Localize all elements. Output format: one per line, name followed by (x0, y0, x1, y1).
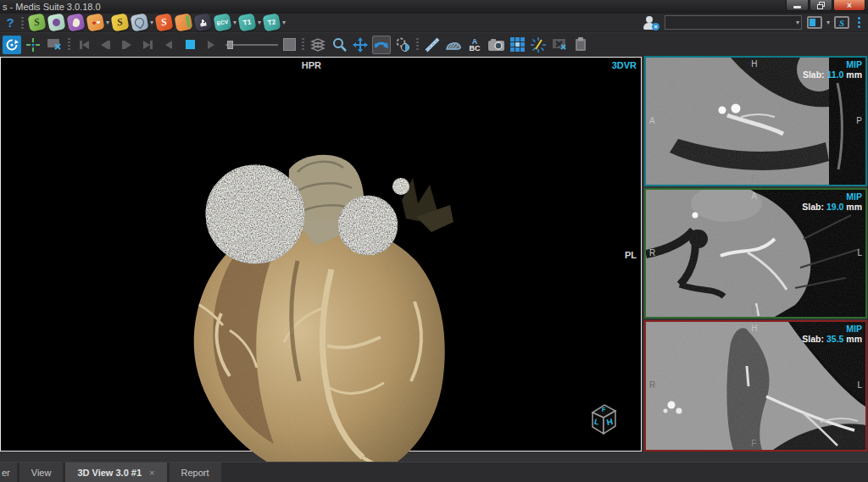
orientation-label-top: H (751, 59, 757, 69)
end-session-user-icon[interactable]: × (643, 15, 659, 30)
clipboard-button[interactable] (571, 36, 590, 54)
mip-mode-label: MIP (846, 59, 862, 69)
chevron-down-icon: ▾ (796, 19, 799, 26)
chevron-down-icon[interactable]: ▾ (282, 19, 286, 26)
window-controls: × (786, 0, 865, 11)
protractor-button[interactable] (529, 36, 548, 54)
discard-view-button[interactable] (550, 36, 569, 54)
app-toolbar-right: × ▾ ▾ S (643, 15, 864, 30)
mip-viewport-3[interactable]: MIP Slab: 35.5 mm H R L F (644, 320, 867, 452)
chevron-down-icon[interactable]: ▾ (150, 19, 153, 26)
annotation-abc-icon: A BC (470, 38, 481, 52)
save-layout-button[interactable] (807, 16, 822, 29)
stack-icon (310, 38, 326, 52)
heart-volume-render (162, 134, 484, 482)
reset-view-button[interactable] (45, 36, 64, 54)
app-icon-ecv[interactable]: ECV (214, 13, 232, 31)
tab-report[interactable]: Report (170, 463, 221, 482)
clipboard-icon (575, 37, 587, 52)
app-icon-person[interactable] (194, 13, 213, 31)
chevron-down-icon[interactable]: ▾ (106, 19, 109, 26)
minimize-button[interactable] (786, 0, 809, 11)
orientation-label-bottom: F (751, 439, 756, 448)
annotation-button[interactable]: A BC (465, 36, 484, 54)
orientation-label-right: P (856, 116, 862, 125)
app-icon-heart[interactable] (131, 13, 149, 31)
slab-thickness-label: Slab: 11.0 mm (803, 69, 862, 80)
orientation-label-top: A (751, 191, 757, 201)
play-backward-button[interactable] (159, 36, 178, 54)
tab-view[interactable]: View (19, 463, 64, 482)
slider-track (225, 44, 278, 46)
cine-slider[interactable] (225, 41, 278, 49)
app-icon-t1[interactable]: T1 (238, 13, 257, 31)
app-icon-orange-dots[interactable] (86, 13, 104, 31)
minimize-icon (793, 6, 801, 8)
render-mode-label: 3DVR (612, 60, 637, 70)
tab-viewer[interactable]: er (0, 463, 17, 482)
pan-arrows-icon (353, 37, 368, 53)
chevron-down-icon[interactable]: ▾ (233, 19, 236, 26)
app-icon-mint-circle[interactable] (47, 13, 65, 31)
close-icon: × (847, 1, 852, 10)
stack-button[interactable] (309, 36, 327, 54)
ruler-button[interactable] (423, 36, 442, 54)
discard-icon (552, 38, 567, 51)
pan-button[interactable] (351, 36, 370, 54)
skip-first-button[interactable] (75, 36, 93, 54)
3d-viewport[interactable]: HPR 3DVR PL FAL (0, 57, 642, 452)
sync-crosshair-button[interactable] (24, 36, 42, 54)
app-icon-green-s[interactable]: S (27, 13, 46, 31)
session-combobox-input[interactable] (668, 17, 797, 28)
skip-last-button[interactable] (138, 36, 157, 54)
restore-button[interactable] (810, 0, 832, 11)
stop-button[interactable] (181, 36, 199, 54)
chevron-down-icon[interactable]: ▾ (826, 19, 830, 26)
rotate-button[interactable] (372, 36, 391, 54)
more-options-icon[interactable] (854, 17, 864, 28)
zoom-button[interactable] (330, 36, 348, 54)
window-level-button[interactable] (393, 36, 412, 54)
orientation-cube-icon[interactable]: H L F (585, 400, 620, 439)
view-tabbar: er View 3D View 3.0 #1 × Report (0, 462, 868, 482)
session-combobox[interactable]: ▾ (665, 15, 802, 30)
step-back-button[interactable] (96, 36, 114, 54)
window-level-icon (395, 37, 410, 53)
window-title: s - Medis Suite 3.0.18.0 (3, 2, 101, 12)
orientation-label-bottom: F (751, 174, 756, 183)
reset-layout-button[interactable]: S (834, 16, 849, 29)
app-icon-red-s[interactable]: S (155, 13, 174, 31)
separator (21, 17, 24, 29)
app-icon-orange-stripe[interactable] (175, 13, 193, 31)
reset-scene-icon (5, 38, 19, 52)
slab-thickness-label: Slab: 19.0 mm (802, 202, 862, 212)
save-layout-icon (807, 16, 822, 29)
grid-layout-button[interactable] (508, 36, 526, 54)
separator (302, 38, 304, 52)
app-toolbar: ? S ▾ S ▾ S ECV ▾ T1 ▾ T2 ▾ × ▾ ▾ S (0, 14, 868, 32)
close-button[interactable]: × (833, 0, 865, 11)
play-forward-button[interactable] (202, 36, 220, 54)
app-icon-yellow-s[interactable]: S (111, 13, 130, 31)
app-icon-purple-brush[interactable] (66, 13, 85, 31)
stop-icon (186, 40, 195, 49)
tab-3d-view[interactable]: 3D View 3.0 #1 × (65, 463, 166, 482)
titlebar: s - Medis Suite 3.0.18.0 × (0, 0, 868, 14)
mip-viewport-1[interactable]: MIP Slab: 11.0 mm H A P F (644, 56, 867, 186)
chevron-down-icon[interactable]: ▾ (258, 19, 261, 26)
app-icon-t2[interactable]: T2 (263, 13, 281, 31)
reset-scene-button[interactable] (3, 36, 21, 54)
mip-mode-label: MIP (846, 324, 862, 334)
orientation-label-right: L (857, 248, 862, 258)
mip-viewport-2[interactable]: MIP Slab: 19.0 mm A R L P (644, 188, 867, 319)
snapshot-button[interactable] (487, 36, 505, 54)
step-forward-button[interactable] (117, 36, 136, 54)
orientation-label-top: HPR (302, 60, 321, 70)
slider-thumb[interactable] (227, 41, 233, 49)
reset-layout-icon: S (834, 16, 849, 29)
curve-mask-button[interactable] (444, 36, 463, 54)
user-x-badge: × (652, 23, 659, 30)
close-tab-icon[interactable]: × (149, 468, 154, 478)
orientation-label-right: PL (625, 250, 637, 260)
help-icon[interactable]: ? (4, 15, 16, 30)
